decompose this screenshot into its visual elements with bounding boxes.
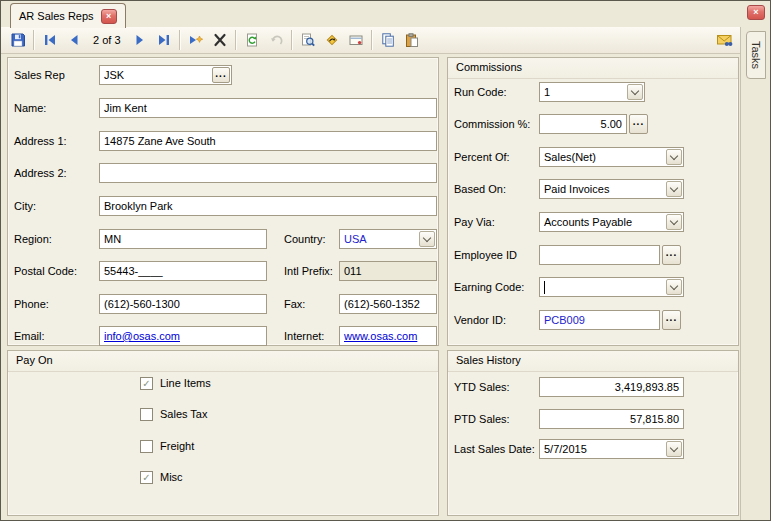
preview-button[interactable] (296, 29, 320, 51)
window-close-button[interactable]: × (747, 5, 765, 20)
ptd-sales-label: PTD Sales: (454, 409, 510, 429)
percent-of-select[interactable]: Sales(Net) (539, 147, 684, 167)
first-record-button[interactable] (38, 29, 62, 51)
checkbox-unchecked-icon[interactable] (140, 408, 153, 421)
phone-input[interactable]: (612)-560-1300 (99, 294, 267, 314)
employee-id-lookup-button[interactable]: ... (662, 245, 681, 265)
employee-id-input[interactable] (539, 245, 660, 265)
copy-button[interactable] (376, 29, 400, 51)
ptd-sales-field: 57,815.80 (539, 409, 684, 429)
sales-rep-input[interactable]: JSK ... (99, 65, 232, 85)
mail-search-button[interactable] (712, 29, 736, 51)
internet-link[interactable]: www.osas.com (344, 330, 417, 342)
chevron-down-icon (670, 152, 678, 160)
phone-label: Phone: (14, 294, 49, 314)
vendor-id-label: Vendor ID: (454, 310, 506, 330)
run-code-row: Run Code: 1 (448, 82, 738, 102)
checkbox-checked-icon[interactable]: ✓ (140, 471, 153, 484)
address1-input[interactable]: 14875 Zane Ave South (99, 131, 437, 151)
fax-label: Fax: (284, 294, 305, 314)
postal-code-input[interactable]: 55443-____ (99, 261, 267, 281)
earning-code-select[interactable] (539, 277, 684, 297)
vendor-id-lookup-button[interactable]: ... (662, 310, 681, 330)
commission-pct-input[interactable]: 5.00 (539, 114, 627, 134)
tasks-panel-strip: Tasks (740, 27, 770, 520)
tab-ar-sales-reps[interactable]: AR Sales Reps × (10, 3, 126, 28)
percent-of-dropdown-button[interactable] (666, 149, 682, 165)
tab-close-icon[interactable]: × (101, 9, 117, 24)
previous-record-icon (66, 32, 82, 48)
toolbar-separator (235, 30, 237, 50)
sales-history-groupbox: Sales History YTD Sales: 3,419,893.85 PT… (447, 350, 739, 516)
phone-fax-row: Phone: (612)-560-1300 Fax: (612)-560-135… (8, 294, 438, 314)
paste-button[interactable] (400, 29, 424, 51)
save-button[interactable] (6, 29, 30, 51)
run-code-dropdown-button[interactable] (627, 84, 643, 100)
checkbox-label: Misc (160, 471, 183, 483)
earning-code-label: Earning Code: (454, 277, 524, 297)
name-input[interactable]: Jim Kent (99, 98, 437, 118)
checkbox-label: Sales Tax (160, 408, 208, 420)
email-button[interactable] (344, 29, 368, 51)
toolbar-separator (291, 30, 293, 50)
delete-record-button[interactable] (208, 29, 232, 51)
based-on-label: Based On: (454, 179, 506, 199)
previous-record-button[interactable] (62, 29, 86, 51)
checkbox-label: Freight (160, 440, 194, 452)
last-record-icon (156, 32, 172, 48)
pay-on-misc[interactable]: ✓ Misc (140, 469, 183, 485)
refresh-button[interactable] (240, 29, 264, 51)
toolbar: 2 of 3 (1, 27, 741, 54)
percent-of-row: Percent Of: Sales(Net) (448, 147, 738, 167)
paste-icon (404, 32, 420, 48)
email-input[interactable]: info@osas.com (99, 326, 267, 346)
pay-on-sales-tax[interactable]: Sales Tax (140, 406, 208, 422)
tab-tasks[interactable]: Tasks (746, 31, 766, 79)
run-code-select[interactable]: 1 (539, 82, 645, 102)
general-info-groupbox: Sales Rep JSK ... Name: Jim Kent Address… (7, 57, 439, 346)
region-input[interactable]: MN (99, 229, 267, 249)
address2-input[interactable] (99, 163, 437, 183)
chevron-down-icon (670, 184, 678, 192)
last-sales-date-dropdown-button[interactable] (666, 441, 682, 457)
city-input[interactable]: Brooklyn Park (99, 196, 437, 216)
based-on-dropdown-button[interactable] (666, 181, 682, 197)
checkbox-unchecked-icon[interactable] (140, 440, 153, 453)
undo-button[interactable] (264, 29, 288, 51)
pay-on-freight[interactable]: Freight (140, 438, 194, 454)
first-record-icon (42, 32, 58, 48)
employee-id-row: Employee ID ... (448, 245, 738, 265)
jump-to-button[interactable] (320, 29, 344, 51)
preview-icon (300, 32, 316, 48)
earning-code-dropdown-button[interactable] (666, 279, 682, 295)
commission-pct-detail-button[interactable]: ... (629, 114, 648, 134)
commission-pct-label: Commission %: (454, 114, 530, 134)
email-link[interactable]: info@osas.com (104, 330, 180, 342)
new-record-button[interactable] (184, 29, 208, 51)
sales-rep-lookup-button[interactable]: ... (212, 67, 230, 83)
based-on-row: Based On: Paid Invoices (448, 179, 738, 199)
last-record-button[interactable] (152, 29, 176, 51)
pay-via-select[interactable]: Accounts Payable (539, 212, 684, 232)
country-select[interactable]: USA (339, 229, 437, 249)
vendor-id-input[interactable]: PCB009 (539, 310, 660, 330)
pay-via-row: Pay Via: Accounts Payable (448, 212, 738, 232)
country-dropdown-button[interactable] (419, 231, 435, 247)
run-code-label: Run Code: (454, 82, 507, 102)
city-row: City: Brooklyn Park (8, 196, 438, 216)
ytd-sales-row: YTD Sales: 3,419,893.85 (448, 377, 738, 397)
based-on-select[interactable]: Paid Invoices (539, 179, 684, 199)
fax-input[interactable]: (612)-560-1352 (339, 294, 437, 314)
pay-via-dropdown-button[interactable] (666, 214, 682, 230)
internet-input[interactable]: www.osas.com (339, 326, 437, 346)
pay-on-line-items[interactable]: ✓ Line Items (140, 375, 211, 391)
last-sales-date-select[interactable]: 5/7/2015 (539, 439, 684, 459)
refresh-icon (244, 32, 260, 48)
ar-sales-reps-window: AR Sales Reps × × 2 of 3 (0, 0, 771, 521)
toolbar-separator (371, 30, 373, 50)
checkbox-checked-icon[interactable]: ✓ (140, 377, 153, 390)
next-record-button[interactable] (128, 29, 152, 51)
address2-row: Address 2: (8, 163, 438, 183)
text-cursor (544, 281, 545, 294)
tab-title: AR Sales Reps (19, 10, 94, 22)
